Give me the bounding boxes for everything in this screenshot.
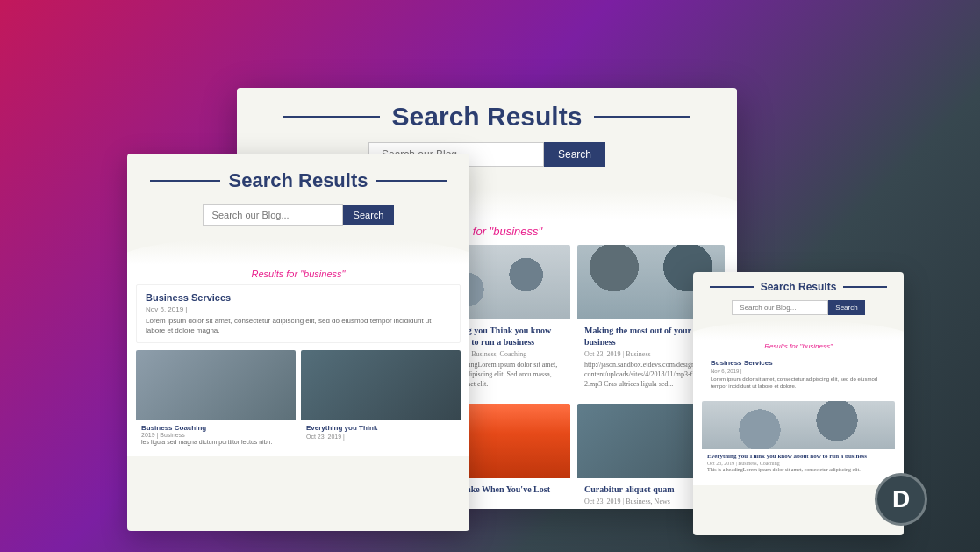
mid-image-1 [136,350,296,420]
mid-text-post: Business Services Nov 6, 2019 | Lorem ip… [136,284,461,343]
mid-post-text-coaching: les ligula sed magna dictum porttitor le… [141,438,290,446]
mid-search-input[interactable] [203,204,343,226]
small-post-image [702,401,895,449]
mid-search-button[interactable]: Search [343,205,395,225]
main-card-title: Search Results [392,102,583,132]
small-card-title: Search Results [761,281,837,293]
small-post-text-services: Lorem ipsum dolor sit amet, consectetur … [711,376,886,391]
mid-post-title-coaching: Business Coaching [141,424,290,432]
small-search-button[interactable]: Search [828,300,864,315]
small-search-input[interactable] [732,300,828,315]
small-img-post: Everything you Think you know about how … [702,401,895,477]
small-post-title-services: Business Services [711,359,886,367]
mid-img-post-1-body: Business Coaching 2019 | Business les li… [136,420,296,449]
main-card-right-line [594,116,690,118]
mid-card: Search Results Search Results for "busin… [127,154,469,531]
small-post-title-everything: Everything you Think you know about how … [707,453,890,461]
mid-img-post-2: Everything you Think Oct 23, 2019 | [301,350,461,449]
small-post-text-everything: This is a headingLorem ipsum dolor sit a… [707,466,890,473]
mid-img-post-2-body: Everything you Think Oct 23, 2019 | [301,420,461,442]
mid-cloud-divider [127,234,469,265]
mid-post-text-services: Lorem ipsum dolor sit amet, consectetur … [146,316,451,335]
main-card-header: Search Results [237,88,737,139]
small-cloud-divider [693,320,904,340]
small-card: Search Results Search Results for "busin… [693,272,904,535]
mid-img-post-1: Business Coaching 2019 | Business les li… [136,350,296,449]
mid-card-right-line [376,180,447,182]
small-card-right-line [843,286,887,288]
small-results-label: Results for "business" [693,340,904,354]
small-text-post: Business Services Nov 6, 2019 | Lorem ip… [702,354,895,396]
mid-post-meta-coaching: 2019 | Business [141,432,290,438]
mid-post-meta-services: Nov 6, 2019 | [146,305,451,313]
mid-card-title: Search Results [229,169,368,192]
main-search-button[interactable]: Search [544,142,605,167]
mid-image-2 [301,350,461,420]
small-search-row: Search [693,298,904,320]
mid-post-title-everything: Everything you Think [306,424,455,433]
d-logo: D [875,473,927,526]
main-card-left-line [283,116,380,118]
small-card-header: Search Results [693,272,904,298]
mid-post-title-services: Business Services [146,292,451,303]
mid-content: Results for "business" Business Services… [127,265,469,456]
mid-card-header: Search Results [127,154,469,199]
mid-grid: Business Coaching 2019 | Business les li… [127,350,469,449]
small-card-left-line [710,286,754,288]
mid-card-left-line [150,180,220,182]
small-post-meta-services: Nov 6, 2019 | [711,369,886,374]
mid-search-row: Search [127,199,469,234]
small-content: Results for "business" Business Services… [693,340,904,485]
mid-results-label: Results for "business" [127,265,469,284]
mid-post-meta-everything: Oct 23, 2019 | [306,434,455,440]
small-img-post-body: Everything you Think you know about how … [702,449,895,477]
